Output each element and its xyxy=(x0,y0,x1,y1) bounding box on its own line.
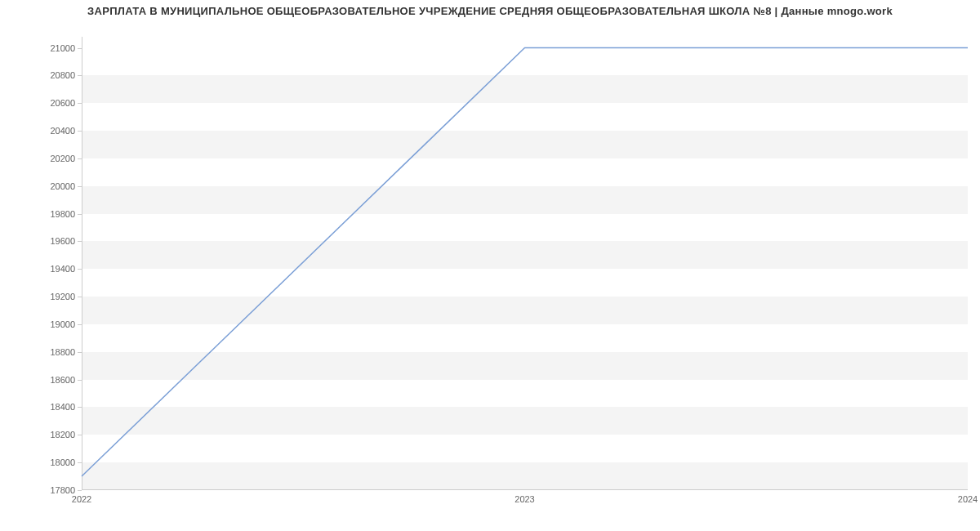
y-tick-label: 19200 xyxy=(26,292,75,301)
y-tick-mark xyxy=(78,352,82,353)
y-tick-mark xyxy=(78,158,82,159)
y-tick-mark xyxy=(78,48,82,49)
y-tick-label: 18600 xyxy=(26,375,75,385)
y-tick-label: 19600 xyxy=(26,236,75,246)
series-path xyxy=(82,48,968,477)
x-tick-label: 2024 xyxy=(958,494,978,504)
x-tick-label: 2023 xyxy=(514,494,534,504)
y-tick-label: 18400 xyxy=(26,402,75,412)
y-tick-label: 20800 xyxy=(26,70,75,80)
y-tick-mark xyxy=(78,214,82,215)
y-tick-label: 18000 xyxy=(26,457,75,467)
y-tick-mark xyxy=(78,380,82,381)
y-tick-label: 19400 xyxy=(26,264,75,274)
y-tick-label: 20000 xyxy=(26,181,75,191)
y-tick-mark xyxy=(78,297,82,297)
y-tick-mark xyxy=(78,462,82,463)
y-tick-mark xyxy=(78,131,82,132)
y-tick-label: 20600 xyxy=(26,98,75,108)
y-tick-label: 18800 xyxy=(26,347,75,357)
y-tick-mark xyxy=(78,241,82,242)
chart-title: ЗАРПЛАТА В МУНИЦИПАЛЬНОЕ ОБЩЕОБРАЗОВАТЕЛ… xyxy=(0,5,980,17)
y-tick-label: 20400 xyxy=(26,126,75,136)
x-tick-label: 2022 xyxy=(72,494,91,504)
y-tick-mark xyxy=(78,75,82,76)
chart-container: ЗАРПЛАТА В МУНИЦИПАЛЬНОЕ ОБЩЕОБРАЗОВАТЕЛ… xyxy=(0,0,980,531)
series-line-svg xyxy=(82,37,968,490)
y-tick-label: 21000 xyxy=(26,43,75,53)
y-tick-mark xyxy=(78,186,82,187)
y-tick-label: 18200 xyxy=(26,430,75,440)
y-tick-mark xyxy=(78,269,82,270)
y-tick-mark xyxy=(78,103,82,104)
y-tick-label: 19800 xyxy=(26,209,75,219)
plot-area: 202220232024 xyxy=(82,37,968,490)
y-tick-mark xyxy=(78,324,82,325)
y-tick-mark xyxy=(78,490,82,491)
y-tick-mark xyxy=(78,435,82,435)
y-tick-mark xyxy=(78,407,82,408)
y-tick-label: 20200 xyxy=(26,154,75,163)
y-tick-label: 17800 xyxy=(26,485,75,495)
y-tick-label: 19000 xyxy=(26,319,75,329)
